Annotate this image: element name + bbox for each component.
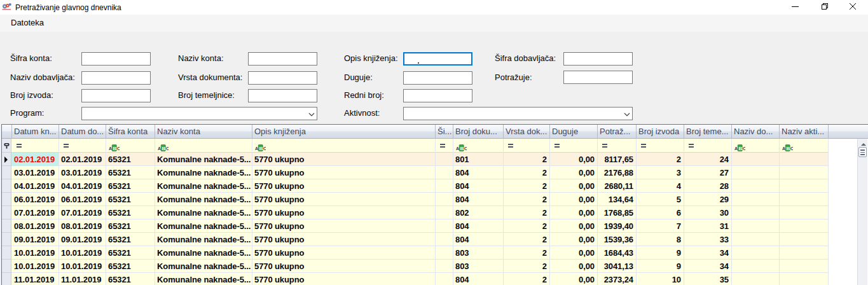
svg-text:B: B — [460, 146, 464, 151]
svg-text:B: B — [739, 146, 743, 151]
svg-text:A: A — [109, 146, 112, 151]
svg-text:A: A — [255, 146, 258, 151]
svg-text:B: B — [787, 146, 790, 151]
svg-text:A: A — [734, 146, 738, 151]
svg-text:A: A — [456, 146, 459, 151]
svg-text:C: C — [743, 146, 745, 151]
svg-text:B: B — [113, 146, 117, 151]
svg-text:C: C — [464, 146, 467, 151]
svg-text:C: C — [166, 146, 169, 151]
svg-text:B: B — [162, 146, 166, 151]
svg-text:C: C — [117, 146, 120, 151]
svg-text:A: A — [158, 146, 161, 151]
svg-text:B: B — [259, 146, 263, 151]
svg-text:C: C — [790, 146, 793, 151]
svg-text:C: C — [263, 146, 266, 151]
svg-text:A: A — [782, 146, 785, 151]
